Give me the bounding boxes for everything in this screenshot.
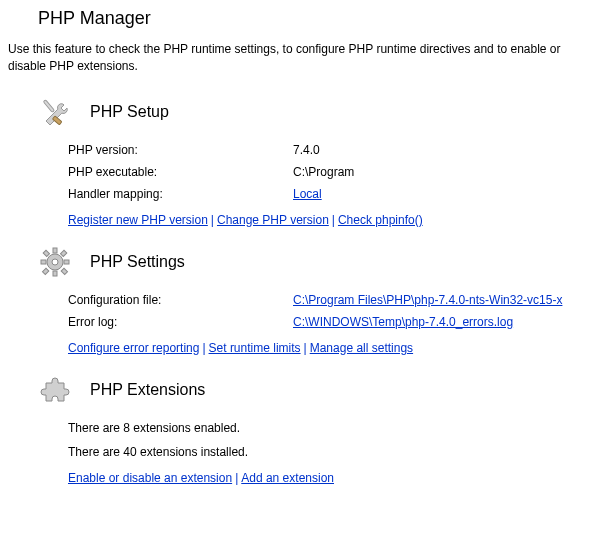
svg-rect-5	[41, 260, 46, 264]
set-runtime-limits-link[interactable]: Set runtime limits	[209, 341, 301, 355]
error-log-link[interactable]: C:\WINDOWS\Temp\php-7.4.0_errors.log	[293, 315, 513, 329]
svg-rect-0	[43, 99, 54, 112]
extensions-enabled-text: There are 8 extensions enabled.	[68, 421, 597, 435]
config-file-link[interactable]: C:\Program Files\PHP\php-7.4.0-nts-Win32…	[293, 293, 562, 307]
error-log-label: Error log:	[68, 315, 293, 329]
manage-all-settings-link[interactable]: Manage all settings	[310, 341, 413, 355]
check-phpinfo-link[interactable]: Check phpinfo()	[338, 213, 423, 227]
handler-mapping-label: Handler mapping:	[68, 187, 293, 201]
separator: |	[199, 341, 208, 355]
php-setup-section: PHP Setup PHP version: 7.4.0 PHP executa…	[8, 95, 597, 227]
svg-rect-8	[61, 268, 67, 274]
svg-rect-3	[53, 248, 57, 253]
php-executable-value: C:\Program	[293, 165, 354, 179]
svg-point-11	[52, 259, 58, 265]
separator: |	[232, 471, 241, 485]
config-file-label: Configuration file:	[68, 293, 293, 307]
change-php-link[interactable]: Change PHP version	[217, 213, 329, 227]
svg-rect-1	[52, 116, 61, 125]
separator: |	[329, 213, 338, 227]
handler-mapping-link[interactable]: Local	[293, 187, 322, 201]
php-extensions-title: PHP Extensions	[90, 381, 205, 399]
svg-rect-9	[60, 250, 66, 256]
configure-error-reporting-link[interactable]: Configure error reporting	[68, 341, 199, 355]
separator: |	[208, 213, 217, 227]
php-version-value: 7.4.0	[293, 143, 320, 157]
php-settings-title: PHP Settings	[90, 253, 185, 271]
gear-icon	[38, 245, 72, 279]
svg-rect-6	[64, 260, 69, 264]
extensions-installed-text: There are 40 extensions installed.	[68, 445, 597, 459]
page-description: Use this feature to check the PHP runtim…	[8, 41, 597, 75]
php-settings-section: PHP Settings Configuration file: C:\Prog…	[8, 245, 597, 355]
enable-disable-extension-link[interactable]: Enable or disable an extension	[68, 471, 232, 485]
php-extensions-section: PHP Extensions There are 8 extensions en…	[8, 373, 597, 485]
separator: |	[301, 341, 310, 355]
php-executable-label: PHP executable:	[68, 165, 293, 179]
puzzle-icon	[38, 373, 72, 407]
tools-icon	[38, 95, 72, 129]
add-extension-link[interactable]: Add an extension	[241, 471, 334, 485]
svg-rect-7	[43, 250, 49, 256]
register-php-link[interactable]: Register new PHP version	[68, 213, 208, 227]
svg-rect-10	[42, 268, 48, 274]
page-title: PHP Manager	[38, 8, 597, 29]
php-version-label: PHP version:	[68, 143, 293, 157]
php-setup-title: PHP Setup	[90, 103, 169, 121]
svg-rect-4	[53, 271, 57, 276]
